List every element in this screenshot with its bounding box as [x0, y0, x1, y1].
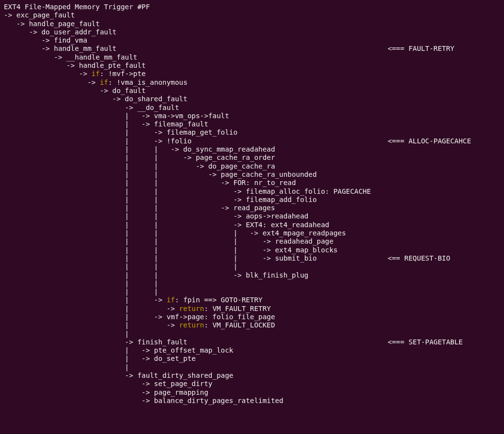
code-line: | -> vmf->page: folio_file_page [4, 313, 275, 321]
code-line: | | -> page_cache_ra_unbounded [4, 170, 317, 178]
code-line: | -> pte_offset_map_lock [4, 346, 233, 354]
code-line: -> handle_page_fault [4, 20, 100, 28]
code-line: | | -> EXT4: ext4_readahead [4, 221, 329, 229]
code-line: | | -> blk_finish_plug [4, 271, 308, 279]
code-line: -> handle_mm_fault <=== FAULT-RETRY [4, 45, 455, 52]
code-block: EXT4 File-Mapped Memory Trigger #PF -> e… [0, 0, 504, 405]
code-line: | | -> filemap_add_folio [4, 196, 317, 203]
code-line: | | | -> ext4_map_blocks [4, 246, 338, 254]
code-line: | -> if: fpin ==> GOTO-RETRY [4, 296, 263, 304]
code-line: -> do_fault [4, 87, 146, 94]
code-line: | -> return: VM_FAULT_LOCKED [4, 321, 275, 329]
code-line: -> if: !vma_is_anonymous [4, 78, 188, 86]
code-line: | -> filemap_get_folio [4, 128, 237, 136]
code-line: -> do_shared_fault [4, 95, 188, 103]
code-line: | | -> do_sync_mmap_readahead [4, 145, 275, 153]
code-line: -> find_vma [4, 36, 87, 44]
code-line: -> fault_dirty_shared_page [4, 372, 233, 379]
code-line: -> finish_fault <=== SET-PAGETABLE [4, 338, 463, 346]
code-line: | | | -> submit_bio <== REQUEST-BIO [4, 254, 450, 262]
code-line: | -> do_set_pte [4, 355, 196, 362]
code-line: | | -> FOR: nr_to_read [4, 179, 296, 186]
code-line: | | | -> ext4_mpage_readpages [4, 229, 346, 237]
code-line: | | -> aops->readahead [4, 212, 308, 220]
code-line: -> balance_dirty_pages_ratelimited [4, 397, 284, 404]
code-line: -> handle_pte_fault [4, 62, 146, 69]
code-line: -> set_page_dirty [4, 380, 212, 388]
code-line: | | | -> readahead_page [4, 237, 333, 245]
code-line: -> __do_fault [4, 104, 179, 111]
code-line: | | -> page_cache_ra_order [4, 154, 275, 161]
code-line: -> __handle_mm_fault [4, 53, 137, 61]
code-line: | -> !folio <=== ALLOC-PAGECAHCE [4, 137, 471, 145]
code-line: | -> filemap_fault [4, 120, 208, 128]
code-line: EXT4 File-Mapped Memory Trigger #PF [4, 3, 150, 11]
code-line: | | [4, 279, 158, 287]
code-line: | -> return: VM_FAULT_RETRY [4, 305, 271, 312]
code-line: | | -> read_pages [4, 204, 275, 212]
code-line: -> if: !mvf->pte [4, 70, 146, 78]
code-line: | | | [4, 263, 237, 270]
code-line: | -> vma->vm_ops->fault [4, 112, 229, 120]
code-line: | | -> do_page_cache_ra [4, 162, 275, 170]
code-line: -> exc_page_fault [4, 11, 75, 19]
code-line: | [4, 363, 129, 371]
code-line: | | -> filemap_alloc_folio: PAGECACHE [4, 187, 371, 195]
code-line: -> page_rmapping [4, 388, 208, 396]
code-line: | [4, 330, 129, 338]
code-line: -> do_user_addr_fault [4, 28, 116, 36]
code-line: | | [4, 288, 158, 295]
